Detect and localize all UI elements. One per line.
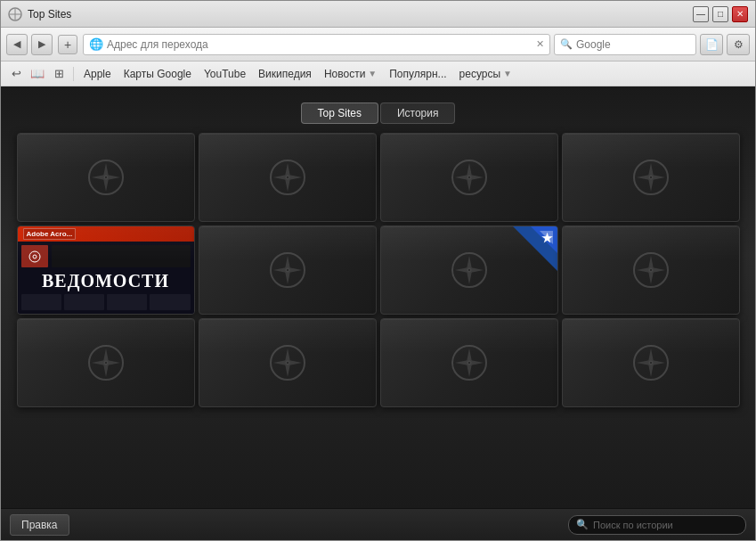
svg-point-71	[649, 361, 653, 365]
bookmarks-icon[interactable]: 📖	[28, 65, 47, 83]
compass-icon-2-2	[451, 344, 488, 381]
svg-point-28	[33, 255, 37, 258]
page-action-button[interactable]: 📄	[700, 34, 723, 55]
svg-marker-69	[470, 360, 484, 365]
vedomosti-col-4	[150, 294, 190, 310]
svg-marker-33	[273, 267, 287, 273]
site-tile-2-0[interactable]	[17, 318, 195, 407]
site-tile-2-1[interactable]	[199, 318, 377, 407]
svg-marker-6	[103, 178, 109, 192]
maximize-button[interactable]: □	[712, 6, 728, 22]
svg-marker-38	[467, 271, 472, 284]
svg-marker-67	[467, 364, 472, 377]
site-tile-0-1[interactable]	[199, 133, 377, 222]
svg-marker-20	[470, 175, 484, 180]
svg-marker-34	[289, 267, 302, 273]
site-tile-2-3[interactable]	[562, 318, 740, 407]
tab-history[interactable]: История	[380, 102, 456, 124]
site-tile-0-3[interactable]	[562, 133, 740, 222]
svg-marker-48	[648, 256, 654, 269]
svg-marker-68	[455, 360, 468, 365]
site-tile-bookmark[interactable]: ★	[380, 225, 558, 315]
titlebar-icon	[8, 7, 22, 21]
svg-marker-11	[285, 163, 290, 176]
svg-marker-49	[648, 271, 654, 284]
back-button[interactable]: ◀	[6, 34, 28, 55]
svg-marker-25	[637, 175, 650, 180]
vedomosti-col-2	[64, 294, 104, 310]
compass-icon-2-3	[632, 344, 670, 381]
svg-point-36	[467, 268, 471, 272]
svg-point-30	[286, 268, 289, 272]
svg-marker-13	[273, 175, 287, 180]
resources-arrow: ▼	[503, 69, 512, 78]
bookmark-popular[interactable]: Популярн...	[384, 66, 451, 82]
svg-marker-74	[637, 360, 650, 365]
bookmark-youtube[interactable]: YouTube	[199, 66, 251, 82]
svg-marker-26	[652, 175, 665, 180]
site-tile-1-3[interactable]	[562, 225, 740, 315]
settings-button[interactable]: ⚙	[727, 34, 750, 55]
site-tile-2-2[interactable]	[380, 318, 558, 407]
bookmark-wikipedia[interactable]: Википедия	[253, 66, 317, 82]
svg-point-47	[649, 268, 653, 272]
svg-marker-8	[107, 175, 120, 180]
svg-marker-66	[467, 348, 472, 362]
svg-point-65	[467, 361, 471, 365]
search-input[interactable]	[576, 38, 710, 51]
svg-marker-39	[455, 267, 468, 273]
close-button[interactable]: ✕	[732, 6, 748, 22]
svg-marker-37	[467, 256, 472, 269]
vedomosti-logo: Adobe Acro...	[23, 228, 77, 240]
history-search[interactable]: 🔍	[568, 515, 746, 535]
svg-marker-19	[455, 175, 468, 180]
bookmark-fold-icon: ★	[513, 226, 557, 271]
compass-icon-1-2	[451, 251, 488, 289]
svg-marker-40	[470, 267, 484, 273]
history-search-input[interactable]	[593, 520, 738, 530]
svg-marker-63	[289, 360, 302, 365]
svg-marker-54	[103, 348, 109, 362]
topsites-grid: Adobe Acro... ВЕДОМОСТИ	[17, 133, 740, 407]
site-tile-vedomosti[interactable]: Adobe Acro... ВЕДОМОСТИ	[17, 225, 195, 315]
bookmark-resources[interactable]: ресурсы ▼	[454, 66, 517, 82]
svg-point-27	[29, 251, 40, 262]
site-tile-1-1[interactable]	[199, 225, 377, 315]
vedomosti-subcontent	[21, 294, 191, 310]
search-bar[interactable]: 🔍	[554, 34, 696, 55]
new-tab-button[interactable]: +	[58, 35, 77, 54]
content-tabs: Top Sites История	[301, 102, 456, 124]
compass-icon-0-1	[269, 159, 306, 196]
edit-button[interactable]: Правка	[10, 514, 69, 536]
bookmark-maps[interactable]: Карты Google	[118, 66, 197, 82]
compass-icon-2-1	[269, 344, 306, 381]
address-input[interactable]	[107, 38, 532, 51]
address-bar[interactable]: 🌐 ✕	[83, 34, 550, 55]
svg-marker-73	[648, 364, 654, 377]
bottom-bar: Правка 🔍	[1, 508, 755, 540]
compass-icon-2-0	[87, 344, 125, 381]
bookmark-apple[interactable]: Apple	[78, 66, 117, 82]
address-clear-button[interactable]: ✕	[536, 38, 544, 50]
minimize-button[interactable]: —	[693, 6, 709, 22]
browser-window: Top Sites — □ ✕ ◀ ▶ + 🌐 ✕ 🔍 📄 ⚙ ↩ 📖 ⊞ Ap…	[0, 0, 756, 541]
svg-marker-7	[92, 175, 105, 180]
separator	[73, 67, 74, 81]
svg-marker-17	[467, 163, 472, 176]
vedomosti-header: Adobe Acro...	[18, 226, 194, 242]
back-history-icon[interactable]: ↩	[6, 65, 26, 83]
svg-marker-72	[648, 348, 654, 362]
svg-point-22	[649, 176, 653, 179]
svg-marker-18	[467, 178, 472, 192]
grid-icon[interactable]: ⊞	[49, 65, 69, 83]
svg-marker-12	[285, 178, 290, 192]
site-tile-0-0[interactable]	[17, 133, 195, 222]
svg-point-4	[104, 176, 108, 179]
forward-button[interactable]: ▶	[31, 34, 53, 55]
svg-point-59	[286, 361, 289, 365]
vedomosti-body: ВЕДОМОСТИ	[18, 242, 194, 314]
tab-top-sites[interactable]: Top Sites	[301, 102, 378, 124]
bookmark-news[interactable]: Новости ▼	[319, 66, 382, 82]
site-tile-0-2[interactable]	[380, 133, 558, 222]
svg-marker-31	[285, 256, 290, 269]
